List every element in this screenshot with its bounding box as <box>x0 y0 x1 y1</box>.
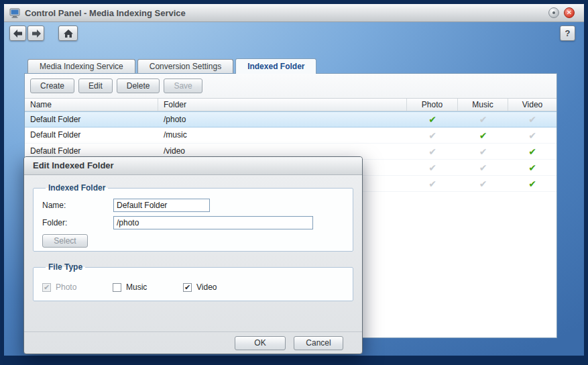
table-row[interactable]: Default Folder/photo✔✔✔ <box>25 111 556 127</box>
home-button[interactable] <box>58 25 78 41</box>
control-panel-icon <box>9 8 20 18</box>
file-type-group: File Type ✔PhotoMusic✔Video <box>33 262 353 301</box>
cell-photo: ✔ <box>407 160 458 175</box>
music-check-icon: ✔ <box>479 179 487 189</box>
video-check-icon: ✔ <box>528 147 536 156</box>
cell-name: Default Folder <box>25 112 158 127</box>
name-label: Name: <box>42 201 113 210</box>
cancel-button[interactable]: Cancel <box>294 336 343 350</box>
music-check-icon: ✔ <box>479 131 487 140</box>
cell-photo: ✔ <box>407 144 458 159</box>
column-header-folder[interactable]: Folder <box>158 99 407 111</box>
folder-input[interactable] <box>113 216 313 229</box>
cell-folder: /music <box>158 127 407 143</box>
column-header-photo[interactable]: Photo <box>407 99 458 111</box>
cell-music: ✔ <box>458 127 508 143</box>
edit-button[interactable]: Edit <box>78 79 113 93</box>
desktop-background: ? Media Indexing ServiceConversion Setti… <box>4 22 584 356</box>
cell-photo: ✔ <box>407 176 458 191</box>
cell-video: ✔ <box>508 160 556 175</box>
cell-music: ✔ <box>458 176 508 191</box>
video-check-icon: ✔ <box>528 115 536 124</box>
edit-indexed-folder-dialog: Edit Indexed Folder Indexed Folder Name:… <box>23 156 363 354</box>
tab-indexed-folder[interactable]: Indexed Folder <box>235 58 316 74</box>
cell-music: ✔ <box>458 144 508 159</box>
photo-check-icon: ✔ <box>428 131 436 140</box>
tab-conversion-settings[interactable]: Conversion Settings <box>137 59 233 73</box>
cell-folder: /photo <box>158 112 407 127</box>
action-button-bar: CreateEditDeleteSave <box>25 74 556 98</box>
photo-checkbox-label: Photo <box>56 282 76 292</box>
column-header-name[interactable]: Name <box>25 99 158 111</box>
dialog-footer: OK Cancel <box>24 331 362 354</box>
back-arrow-icon <box>13 29 23 38</box>
ok-button[interactable]: OK <box>235 336 286 350</box>
create-button[interactable]: Create <box>30 79 74 93</box>
window-title: Control Panel - Media Indexing Service <box>25 8 548 18</box>
window-titlebar[interactable]: Control Panel - Media Indexing Service ✕ <box>4 4 584 22</box>
indexed-folder-group-title: Indexed Folder <box>46 183 108 193</box>
music-checkbox[interactable] <box>113 283 121 292</box>
cell-music: ✔ <box>458 160 508 175</box>
indexed-folder-group: Indexed Folder Name: Folder: Select <box>33 183 353 252</box>
folder-label: Folder: <box>42 218 113 227</box>
tab-bar: Media Indexing ServiceConversion Setting… <box>24 58 557 73</box>
pin-button[interactable] <box>548 7 559 18</box>
photo-checkbox: ✔ <box>42 283 51 292</box>
file-type-video: ✔Video <box>183 282 253 292</box>
video-check-icon: ✔ <box>528 131 536 140</box>
column-header-video[interactable]: Video <box>508 99 556 111</box>
file-type-options: ✔PhotoMusic✔Video <box>42 282 353 292</box>
file-type-music: Music <box>113 282 183 292</box>
dialog-title[interactable]: Edit Indexed Folder <box>24 157 362 175</box>
select-button[interactable]: Select <box>42 234 88 248</box>
photo-check-icon: ✔ <box>428 163 436 172</box>
cell-name: Default Folder <box>25 127 158 143</box>
cell-video: ✔ <box>508 176 556 191</box>
photo-check-icon: ✔ <box>428 179 436 189</box>
photo-check-icon: ✔ <box>428 147 436 156</box>
file-type-group-title: File Type <box>46 262 85 272</box>
cell-video: ✔ <box>508 144 556 159</box>
video-check-icon: ✔ <box>528 179 536 189</box>
cell-music: ✔ <box>458 112 508 127</box>
back-button[interactable] <box>9 25 26 41</box>
forward-arrow-icon <box>31 29 42 38</box>
close-button[interactable]: ✕ <box>564 7 575 18</box>
home-icon <box>63 29 74 38</box>
dialog-body: Indexed Folder Name: Folder: Select File… <box>24 175 362 301</box>
column-header-music[interactable]: Music <box>458 99 508 111</box>
tab-media-indexing-service[interactable]: Media Indexing Service <box>27 59 135 73</box>
video-checkbox-label: Video <box>196 282 217 292</box>
table-row[interactable]: Default Folder/music✔✔✔ <box>25 127 556 144</box>
music-check-icon: ✔ <box>479 115 487 124</box>
help-button[interactable]: ? <box>560 25 575 41</box>
table-header: NameFolderPhotoMusicVideo <box>25 98 556 111</box>
cell-video: ✔ <box>508 127 556 143</box>
music-check-icon: ✔ <box>479 147 487 156</box>
music-check-icon: ✔ <box>479 163 487 172</box>
cell-photo: ✔ <box>407 112 458 127</box>
photo-check-icon: ✔ <box>428 115 436 124</box>
video-checkbox[interactable]: ✔ <box>183 283 192 292</box>
name-input[interactable] <box>113 199 210 212</box>
forward-button[interactable] <box>27 25 44 41</box>
cell-video: ✔ <box>508 112 556 127</box>
save-button[interactable]: Save <box>164 79 202 93</box>
video-check-icon: ✔ <box>528 163 536 172</box>
control-panel-window: Control Panel - Media Indexing Service ✕… <box>0 0 588 365</box>
cell-photo: ✔ <box>407 127 458 143</box>
file-type-photo: ✔Photo <box>42 282 113 292</box>
music-checkbox-label: Music <box>126 282 147 292</box>
delete-button[interactable]: Delete <box>117 79 160 93</box>
